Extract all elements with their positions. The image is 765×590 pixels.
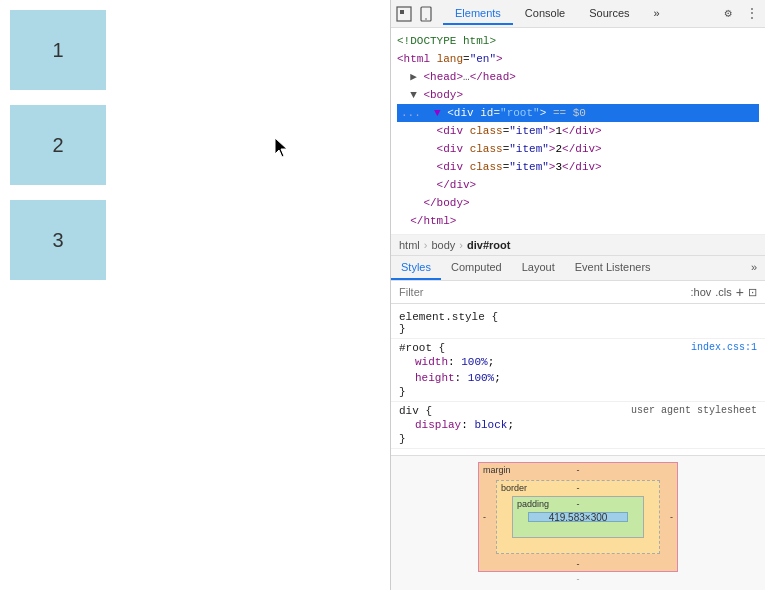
tab-more-panels[interactable]: » [743, 256, 765, 280]
css-prop-height: height: 100%; [399, 370, 757, 386]
hov-button[interactable]: :hov [691, 286, 712, 298]
panel-tabs: Styles Computed Layout Event Listeners » [391, 256, 765, 281]
padding-label: padding [517, 499, 549, 509]
breadcrumb-sep-1: › [424, 239, 428, 251]
prop-name-width: width [415, 356, 448, 368]
kebab-menu-icon[interactable]: ⋮ [743, 5, 761, 23]
item-1: 1 [10, 10, 106, 90]
cls-button[interactable]: .cls [715, 286, 732, 298]
css-source-div: user agent stylesheet [631, 405, 757, 417]
breadcrumb-html[interactable]: html [399, 239, 420, 251]
webpage-preview: 1 2 3 [0, 0, 390, 590]
tree-line-html: <html lang="en"> [397, 50, 759, 68]
prop-value-display: block [474, 419, 507, 431]
devtools-panel: Elements Console Sources » ⚙ ⋮ <!DOCTYPE… [390, 0, 765, 590]
css-selector-root: #root { index.css:1 [399, 342, 757, 354]
tab-layout[interactable]: Layout [512, 256, 565, 280]
tab-event-listeners[interactable]: Event Listeners [565, 256, 661, 280]
css-rule-div: div { user agent stylesheet display: blo… [391, 402, 765, 449]
item-2-label: 2 [52, 134, 63, 157]
box-bottom-dash: - [397, 574, 759, 584]
tree-line-root[interactable]: ... ▼ <div id="root"> == $0 [397, 104, 759, 122]
css-rule-close-3: } [399, 433, 757, 445]
tab-sources[interactable]: Sources [577, 3, 641, 25]
content-size-value: 419.583×300 [549, 512, 608, 523]
settings-icon[interactable]: ⚙ [719, 5, 737, 23]
tree-line-item2: <div class="item">2</div> [397, 140, 759, 158]
filter-actions: :hov .cls + ⊡ [691, 284, 757, 300]
css-rule-element-style: element.style { } [391, 308, 765, 339]
breadcrumb-body[interactable]: body [431, 239, 455, 251]
tree-line-body[interactable]: ▼ <body> [397, 86, 759, 104]
device-toolbar-icon[interactable] [417, 5, 435, 23]
border-top-value: - [577, 483, 580, 493]
item-1-label: 1 [52, 39, 63, 62]
css-source-root[interactable]: index.css:1 [691, 342, 757, 354]
filter-input[interactable] [399, 286, 685, 298]
box-model-diagram: margin - - - - border - padding - [478, 462, 678, 572]
item-3-label: 3 [52, 229, 63, 252]
tree-line-doctype: <!DOCTYPE html> [397, 32, 759, 50]
tree-line-close-div: </div> [397, 176, 759, 194]
margin-bottom-value: - [577, 559, 580, 569]
html-tree: <!DOCTYPE html> <html lang="en"> ▶ <head… [391, 28, 765, 235]
add-style-button[interactable]: + [736, 284, 744, 300]
filter-bar: :hov .cls + ⊡ [391, 281, 765, 304]
prop-value-width: 100% [461, 356, 487, 368]
svg-point-3 [425, 18, 427, 20]
tree-line-close-body: </body> [397, 194, 759, 212]
devtools-toolbar: Elements Console Sources » ⚙ ⋮ [391, 0, 765, 28]
css-selector-div: div { user agent stylesheet [399, 405, 757, 417]
expand-button[interactable]: ⊡ [748, 286, 757, 299]
css-rule-close-2: } [399, 386, 757, 398]
tab-more[interactable]: » [642, 3, 672, 25]
css-selector-element-style: element.style { [399, 311, 757, 323]
breadcrumb: html › body › div#root [391, 235, 765, 256]
margin-right-value: - [670, 512, 673, 522]
css-prop-display: display: block; [399, 417, 757, 433]
box-model-section: margin - - - - border - padding - [391, 455, 765, 590]
margin-top-value: - [577, 465, 580, 475]
item-3: 3 [10, 200, 106, 280]
cursor-icon [275, 138, 291, 158]
css-rule-close-1: } [399, 323, 757, 335]
padding-top-value: - [577, 499, 580, 509]
tree-line-item3: <div class="item">3</div> [397, 158, 759, 176]
tab-elements[interactable]: Elements [443, 3, 513, 25]
tree-line-item1: <div class="item">1</div> [397, 122, 759, 140]
css-prop-width: width: 100%; [399, 354, 757, 370]
tree-line-head[interactable]: ▶ <head>…</head> [397, 68, 759, 86]
prop-name-display: display [415, 419, 461, 431]
tab-console[interactable]: Console [513, 3, 577, 25]
border-label: border [501, 483, 527, 493]
css-rule-root: #root { index.css:1 width: 100%; height:… [391, 339, 765, 402]
breadcrumb-current[interactable]: div#root [467, 239, 510, 251]
prop-value-height: 100% [468, 372, 494, 384]
margin-left-value: - [483, 512, 486, 522]
styles-section: Styles Computed Layout Event Listeners »… [391, 256, 765, 590]
breadcrumb-sep-2: › [459, 239, 463, 251]
toolbar-right-icons: ⚙ ⋮ [719, 5, 761, 23]
tab-computed[interactable]: Computed [441, 256, 512, 280]
css-rules: element.style { } #root { index.css:1 wi… [391, 304, 765, 455]
box-content-layer: 419.583×300 [528, 512, 628, 522]
tree-line-close-html: </html> [397, 212, 759, 230]
tab-styles[interactable]: Styles [391, 256, 441, 280]
inspector-icon[interactable] [395, 5, 413, 23]
svg-rect-1 [400, 10, 404, 14]
prop-name-height: height [415, 372, 455, 384]
item-2: 2 [10, 105, 106, 185]
devtools-top-tabs: Elements Console Sources » [443, 3, 672, 25]
margin-label: margin [483, 465, 511, 475]
